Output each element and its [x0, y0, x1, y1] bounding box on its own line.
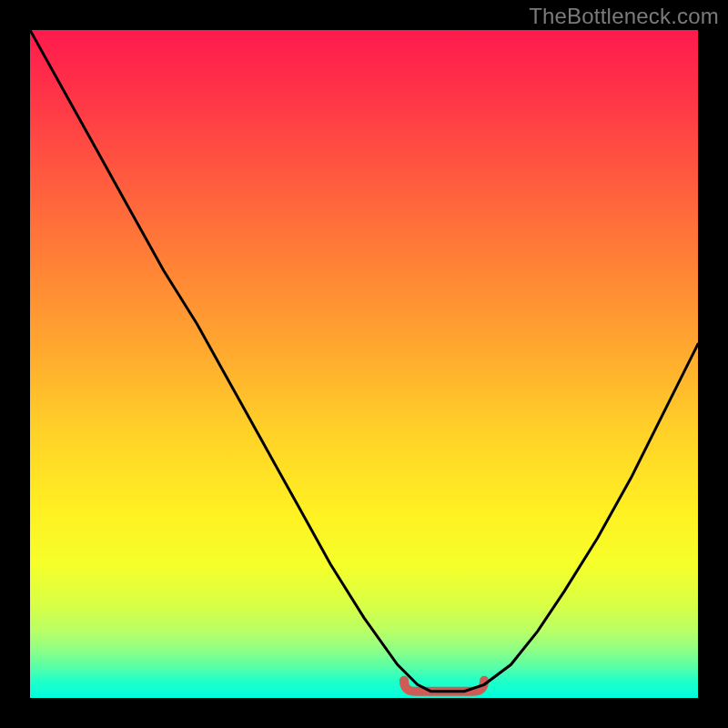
chart-svg — [30, 30, 698, 698]
plot-area — [30, 30, 698, 698]
chart-frame: TheBottleneck.com — [0, 0, 728, 728]
bottleneck-curve — [30, 30, 698, 692]
watermark-text: TheBottleneck.com — [529, 4, 719, 29]
